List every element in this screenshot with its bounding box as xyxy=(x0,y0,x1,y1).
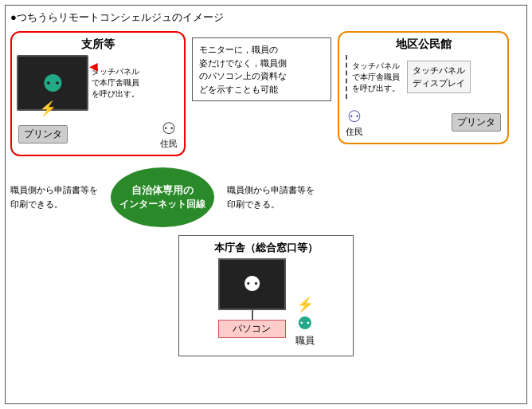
chiiku-box: 地区公民館 タッチパネルで本庁舎職員を呼び出す。 タッチパネルディスプレイ ⚇ … xyxy=(338,31,509,144)
honcho-monitor: ⚉ xyxy=(218,258,286,310)
shisho-printer-label: プリンタ xyxy=(18,125,68,144)
chiiku-touchpanel-text: タッチパネルで本庁舎職員を呼び出す。 xyxy=(352,61,404,94)
shisho-resident-person-icon: ⚇ xyxy=(162,119,176,138)
shisho-resident-label: 住民 xyxy=(160,138,178,150)
shisho-title: 支所等 xyxy=(17,37,179,52)
pasokon-label: パソコン xyxy=(218,320,286,338)
red-arrow-icon: ◀ xyxy=(89,60,98,73)
shisho-monitor-person-icon: ⚉ xyxy=(42,69,64,97)
honcho-shokuin: ⚡ ⚉ 職員 xyxy=(295,296,315,348)
shisho-box: 支所等 ⚉ ◀ ⚡ タッチパネルで本庁舎職員を呼び出す。 プリンタ xyxy=(10,31,186,156)
honcho-title: 本庁舎（総合窓口等） xyxy=(187,241,345,255)
page-title: ●つちうらリモートコンシェルジュのイメージ xyxy=(10,10,522,25)
chiiku-title: 地区公民館 xyxy=(344,37,503,52)
right-print-text: 職員側から申請書等を印刷できる。 xyxy=(227,183,346,211)
internet-circle: 自治体専用の インターネット回線 xyxy=(111,167,214,227)
left-print-text: 職員側から申請書等を印刷できる。 xyxy=(10,183,104,211)
middle-description: モニターに，職員の姿だけでなく，職員側のパソコン上の資料などを示すことも可能 xyxy=(192,37,331,101)
chiiku-printer-label: プリンタ xyxy=(452,113,501,132)
chiiku-display: タッチパネルディスプレイ xyxy=(407,61,471,93)
lightning-icon-shisho: ⚡ xyxy=(39,100,57,117)
honcho-person-icon: ⚉ xyxy=(297,313,313,334)
lightning-honcho-icon: ⚡ xyxy=(296,296,314,313)
chiiku-resident-label: 住民 xyxy=(346,126,363,138)
shisho-touchpanel-text: タッチパネルで本庁舎職員を呼び出す。 xyxy=(92,66,146,100)
honcho-box: 本庁舎（総合窓口等） ⚉ パソコン ⚡ ⚉ 職員 xyxy=(178,235,354,356)
honcho-monitor-person-icon: ⚉ xyxy=(243,272,261,297)
outer-border: ●つちうらリモートコンシェルジュのイメージ 支所等 ⚉ ◀ ⚡ タッチパネルで本… xyxy=(5,5,527,404)
honcho-shokuin-label: 職員 xyxy=(295,334,315,348)
chiiku-resident-person-icon: ⚇ xyxy=(347,107,362,126)
